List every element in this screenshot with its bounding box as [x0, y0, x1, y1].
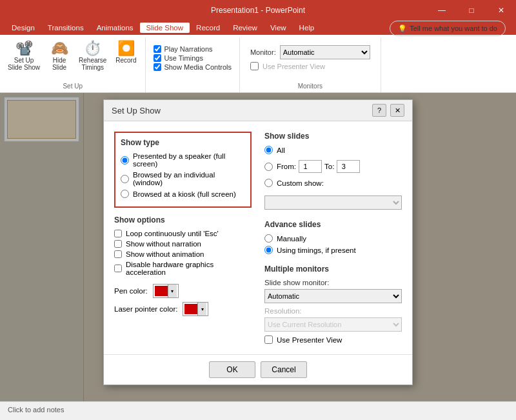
use-presenter-view-row[interactable]: Use Presenter View	[264, 335, 402, 344]
monitor-controls: Monitor: Automatic Use Presenter View	[245, 40, 375, 75]
show-media-controls-checkbox[interactable]	[154, 63, 161, 71]
pen-color-dropdown-arrow[interactable]: ▾	[168, 285, 177, 297]
play-narrations-checkbox[interactable]	[154, 45, 161, 53]
modal-left-column: Show type Presented by a speaker (full s…	[114, 132, 252, 344]
show-media-controls-checkbox-item[interactable]: Show Media Controls	[154, 63, 232, 71]
status-bar: Click to add notes	[0, 401, 516, 417]
menu-record[interactable]: Record	[190, 23, 226, 33]
radio-window[interactable]: Browsed by an individual (window)	[121, 171, 245, 186]
menu-transitions[interactable]: Transitions	[41, 23, 90, 33]
resolution-label: Resolution:	[264, 307, 402, 315]
dialog-help-button[interactable]: ?	[372, 104, 386, 117]
use-timings-checkbox-item[interactable]: Use Timings	[154, 54, 232, 62]
laser-color-dropdown-arrow[interactable]: ▾	[197, 303, 206, 315]
slides-from-number[interactable]	[299, 160, 322, 173]
app-title: Presentation1 - PowerPoint	[211, 6, 305, 15]
slides-all-input[interactable]	[264, 146, 273, 154]
no-animation-label: Show without animation	[126, 250, 204, 258]
hide-slide-icon: 🙈	[51, 41, 68, 55]
dialog-presenter-view-checkbox[interactable]	[264, 335, 273, 344]
hide-slide-button[interactable]: 🙈 Hide Slide	[45, 40, 74, 72]
tell-me-box[interactable]: 💡 Tell me what you want to do	[390, 21, 506, 36]
no-animation-checkbox-item[interactable]: Show without animation	[114, 250, 252, 258]
dialog-presenter-view-label: Use Presenter View	[277, 336, 342, 344]
modal-body: Show type Presented by a speaker (full s…	[104, 121, 412, 354]
ribbon-checkboxes: Play Narrations Use Timings Show Media C…	[151, 40, 234, 76]
ribbon-group-setup: 📽️ Set Up Slide Show 🙈 Hide Slide ⏱️ Reh…	[0, 37, 146, 92]
play-narrations-checkbox-item[interactable]: Play Narrations	[154, 45, 232, 53]
slide-show-monitor-label: Slide show monitor:	[264, 279, 402, 286]
monitor-select[interactable]: Automatic	[280, 45, 370, 59]
rehearse-timings-button[interactable]: ⏱️ Rehearse Timings	[76, 40, 109, 72]
advance-timings-input[interactable]	[264, 246, 273, 254]
disable-hw-checkbox[interactable]	[114, 265, 122, 272]
show-slides-title: Show slides	[264, 132, 402, 141]
resolution-select[interactable]: Use Current Resolution	[264, 317, 402, 332]
ribbon: 📽️ Set Up Slide Show 🙈 Hide Slide ⏱️ Reh…	[0, 35, 516, 93]
advance-manually-input[interactable]	[264, 234, 273, 243]
slides-custom-radio[interactable]: Custom show:	[264, 179, 402, 187]
close-button[interactable]: ✕	[486, 0, 516, 21]
no-narration-checkbox-item[interactable]: Show without narration	[114, 240, 252, 248]
slides-radios: All From: To:	[264, 146, 402, 210]
main-area: Set Up Show ? ✕ Show type Presented by a…	[0, 93, 516, 401]
loop-checkbox[interactable]	[114, 230, 122, 237]
from-to-row: From: To:	[277, 160, 360, 173]
slides-to-number[interactable]	[337, 160, 360, 173]
use-timings-checkbox[interactable]	[154, 54, 161, 62]
monitor-row: Monitor: Automatic	[250, 45, 370, 59]
menu-review[interactable]: Review	[226, 23, 264, 33]
radio-kiosk-input[interactable]	[121, 190, 129, 198]
no-narration-checkbox[interactable]	[114, 240, 122, 248]
laser-color-picker[interactable]: ▾	[183, 302, 208, 316]
slides-all-label: All	[277, 146, 285, 154]
menu-view[interactable]: View	[264, 23, 293, 33]
slides-all-radio[interactable]: All	[264, 146, 402, 154]
advance-manually-radio[interactable]: Manually	[264, 234, 402, 243]
slides-custom-input[interactable]	[264, 179, 273, 187]
use-presenter-view-label: Use Presenter View	[263, 63, 325, 70]
show-options-section: Show options Loop continuously until 'Es…	[114, 215, 252, 276]
menu-design[interactable]: Design	[5, 23, 41, 33]
slides-from-radio[interactable]: From: To:	[264, 160, 402, 173]
setup-slideshow-button[interactable]: 📽️ Set Up Slide Show	[5, 40, 43, 72]
loop-checkbox-item[interactable]: Loop continuously until 'Esc'	[114, 230, 252, 237]
play-narrations-label: Play Narrations	[164, 45, 212, 53]
show-type-title: Show type	[121, 138, 245, 147]
tell-me-text: Tell me what you want to do	[410, 25, 497, 32]
radio-full-screen[interactable]: Presented by a speaker (full screen)	[121, 152, 245, 168]
laser-color-label: Laser pointer color:	[114, 305, 177, 313]
pen-color-label: Pen color:	[114, 287, 148, 295]
setup-show-dialog: Set Up Show ? ✕ Show type Presented by a…	[103, 99, 413, 385]
maximize-button[interactable]: □	[457, 0, 486, 21]
modal-controls: ? ✕	[372, 104, 404, 117]
ok-button[interactable]: OK	[209, 361, 255, 378]
monitor-label: Monitor:	[250, 48, 276, 56]
no-animation-checkbox[interactable]	[114, 250, 122, 258]
advance-timings-label: Using timings, if present	[277, 246, 356, 254]
advance-manually-label: Manually	[277, 235, 306, 243]
advance-timings-radio[interactable]: Using timings, if present	[264, 246, 402, 254]
menu-slideshow[interactable]: Slide Show	[140, 23, 190, 33]
custom-show-select[interactable]	[264, 195, 402, 210]
record-button[interactable]: ⏺️ Record	[112, 40, 140, 65]
radio-full-screen-input[interactable]	[121, 156, 129, 165]
dialog-close-button[interactable]: ✕	[390, 104, 404, 117]
slides-from-input[interactable]	[264, 163, 273, 171]
disable-hw-checkbox-item[interactable]: Disable hardware graphics acceleration	[114, 261, 252, 276]
radio-kiosk[interactable]: Browsed at a kiosk (full screen)	[121, 190, 245, 198]
slide-show-monitor-select[interactable]: Automatic	[264, 289, 402, 303]
radio-window-input[interactable]	[121, 175, 129, 183]
menu-animations[interactable]: Animations	[90, 23, 140, 33]
lightbulb-icon: 💡	[398, 25, 407, 33]
pen-color-picker[interactable]: ▾	[153, 284, 179, 298]
use-presenter-view-checkbox[interactable]	[250, 62, 259, 70]
radio-window-label: Browsed by an individual (window)	[133, 171, 245, 186]
disable-hw-label: Disable hardware graphics acceleration	[126, 261, 252, 276]
modal-overlay: Set Up Show ? ✕ Show type Presented by a…	[0, 93, 516, 401]
show-media-controls-label: Show Media Controls	[164, 63, 232, 71]
show-options-title: Show options	[114, 215, 252, 225]
menu-help[interactable]: Help	[293, 23, 321, 33]
minimize-button[interactable]: —	[427, 0, 457, 21]
cancel-button[interactable]: Cancel	[261, 361, 307, 378]
